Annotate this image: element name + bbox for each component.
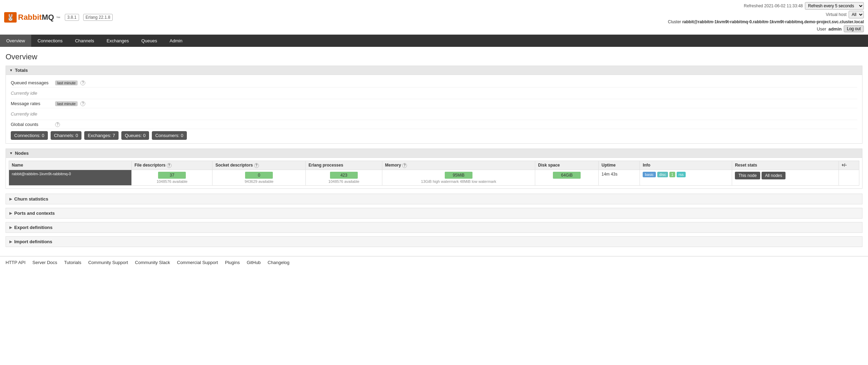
file-desc-sub: 1048576 available <box>134 179 209 184</box>
message-rates-label: Message rates <box>11 101 52 106</box>
currently-idle-1: Currently idle <box>11 89 37 97</box>
nodes-content: Name File descriptors ? Socket descripto… <box>6 158 862 188</box>
queues-badge[interactable]: Queues: 0 <box>121 131 149 140</box>
logout-button[interactable]: Log out <box>844 25 864 32</box>
nodes-table: Name File descriptors ? Socket descripto… <box>9 161 859 186</box>
this-node-button[interactable]: This node <box>735 172 760 179</box>
socket-desc-sub: 943629 available <box>215 179 303 184</box>
footer-plugins[interactable]: Plugins <box>225 260 240 265</box>
col-disk-space: Disk space <box>535 161 599 170</box>
user-name: admin <box>828 26 842 32</box>
footer-commercial-support[interactable]: Commercial Support <box>177 260 218 265</box>
nav-exchanges[interactable]: Exchanges <box>100 35 135 47</box>
col-erlang-proc: Erlang processes <box>306 161 382 170</box>
version-badge: 3.8.1 <box>65 14 79 21</box>
disk-space-cell: 64GiB <box>535 170 599 185</box>
socket-desc-value: 0 <box>245 172 273 179</box>
logo: 🐰 RabbitMQ ™ <box>4 12 61 23</box>
main-content: Overview ▼ Totals Queued messages last m… <box>0 47 868 256</box>
tag-rss[interactable]: rss <box>677 172 686 177</box>
footer-community-slack[interactable]: Community Slack <box>135 260 170 265</box>
header-right: Refreshed 2021-06-02 11:33:48 Refresh ev… <box>668 2 864 32</box>
user-label: User <box>817 26 826 32</box>
reset-stats-cell: This node All nodes <box>732 170 839 185</box>
ports-contexts-section: ▶ Ports and contexts <box>6 208 862 219</box>
global-counts-row: Global counts ? <box>11 120 857 129</box>
tag-basic[interactable]: basic <box>643 172 656 177</box>
churn-statistics-header[interactable]: ▶ Churn statistics <box>6 194 862 204</box>
nodes-title: Nodes <box>15 151 29 156</box>
channels-badge[interactable]: Channels: 0 <box>51 131 81 140</box>
connections-badge[interactable]: Connections: 0 <box>11 131 48 140</box>
page-title: Overview <box>6 52 862 61</box>
nav-admin[interactable]: Admin <box>163 35 189 47</box>
exchanges-badge[interactable]: Exchanges: 7 <box>84 131 119 140</box>
erlang-proc-cell: 423 1048576 available <box>306 170 382 185</box>
refreshed-text: Refreshed 2021-06-02 11:33:48 <box>744 3 803 8</box>
import-arrow: ▶ <box>9 240 12 244</box>
reset-buttons: This node All nodes <box>735 172 836 179</box>
file-desc-help[interactable]: ? <box>167 163 172 168</box>
footer-community-support[interactable]: Community Support <box>88 260 128 265</box>
footer-github[interactable]: GitHub <box>247 260 261 265</box>
logo-text: RabbitMQ ™ <box>18 13 61 22</box>
footer-changelog[interactable]: Changelog <box>268 260 289 265</box>
refresh-select[interactable]: Refresh every 5 secondsRefresh every 10 … <box>805 2 864 10</box>
footer-server-docs[interactable]: Server Docs <box>33 260 58 265</box>
nodes-header[interactable]: ▼ Nodes <box>6 149 862 158</box>
socket-desc-cell: 0 943629 available <box>212 170 306 185</box>
currently-idle-2: Currently idle <box>11 110 37 118</box>
churn-arrow: ▶ <box>9 197 12 201</box>
ports-contexts-header[interactable]: ▶ Ports and contexts <box>6 208 862 219</box>
import-definitions-header[interactable]: ▶ Import definitions <box>6 236 862 247</box>
totals-arrow: ▼ <box>9 68 13 72</box>
nodes-arrow: ▼ <box>9 151 13 155</box>
tag-disc[interactable]: disc <box>657 172 668 177</box>
plus-minus-cell <box>839 170 859 185</box>
erlang-badge: Erlang 22.1.8 <box>83 14 113 21</box>
footer: HTTP API Server Docs Tutorials Community… <box>0 256 868 269</box>
export-title: Export definitions <box>14 225 53 230</box>
currently-idle-row-2: Currently idle <box>11 108 857 120</box>
vhost-select[interactable]: All <box>849 11 864 18</box>
all-nodes-button[interactable]: All nodes <box>762 172 785 179</box>
memory-cell: 95MiB 13GiB high watermark 48MiB low wat… <box>382 170 535 185</box>
tag-num: 1 <box>669 172 675 177</box>
col-plus-minus[interactable]: +/- <box>839 161 859 170</box>
socket-desc-help[interactable]: ? <box>254 163 259 168</box>
nav-channels[interactable]: Channels <box>69 35 100 47</box>
memory-value: 95MiB <box>445 172 472 179</box>
nav-connections[interactable]: Connections <box>31 35 69 47</box>
nav-overview[interactable]: Overview <box>0 35 31 47</box>
footer-tutorials[interactable]: Tutorials <box>64 260 81 265</box>
queued-messages-row: Queued messages last minute ? <box>11 78 857 87</box>
totals-content: Queued messages last minute ? Currently … <box>6 75 862 143</box>
queued-messages-label: Queued messages <box>11 80 52 85</box>
erlang-proc-value: 423 <box>330 172 358 179</box>
import-title: Import definitions <box>14 239 52 244</box>
nodes-table-header: Name File descriptors ? Socket descripto… <box>9 161 859 170</box>
message-rates-help[interactable]: ? <box>80 101 85 106</box>
consumers-badge[interactable]: Consumers: 0 <box>152 131 187 140</box>
erlang-proc-sub: 1048576 available <box>309 179 379 184</box>
global-counts-help[interactable]: ? <box>55 122 60 127</box>
footer-http-api[interactable]: HTTP API <box>6 260 26 265</box>
refresh-area: Refreshed 2021-06-02 11:33:48 Refresh ev… <box>668 2 864 10</box>
memory-help[interactable]: ? <box>402 163 407 168</box>
node-name: rabbit@rabbitm-1kvm9t-rabbitmq-0 <box>9 170 132 185</box>
cluster-info: Cluster rabbit@rabbitm-1kvm9t-rabbitmq-0… <box>668 19 864 24</box>
export-arrow: ▶ <box>9 226 12 229</box>
totals-header[interactable]: ▼ Totals <box>6 66 862 75</box>
ports-title: Ports and contexts <box>14 211 55 216</box>
header: 🐰 RabbitMQ ™ 3.8.1 Erlang 22.1.8 Refresh… <box>0 0 868 35</box>
global-counts-label: Global counts <box>11 122 52 127</box>
nodes-section: ▼ Nodes Name File descriptors ? Socket d… <box>6 148 862 189</box>
nav-queues[interactable]: Queues <box>135 35 164 47</box>
message-rates-badge[interactable]: last minute <box>55 101 78 106</box>
export-definitions-header[interactable]: ▶ Export definitions <box>6 222 862 233</box>
vhost-label: Virtual host <box>826 12 847 17</box>
queued-messages-help[interactable]: ? <box>80 80 85 85</box>
totals-section: ▼ Totals Queued messages last minute ? C… <box>6 66 862 144</box>
queued-messages-badge[interactable]: last minute <box>55 80 78 85</box>
logo-icon: 🐰 <box>4 12 17 23</box>
